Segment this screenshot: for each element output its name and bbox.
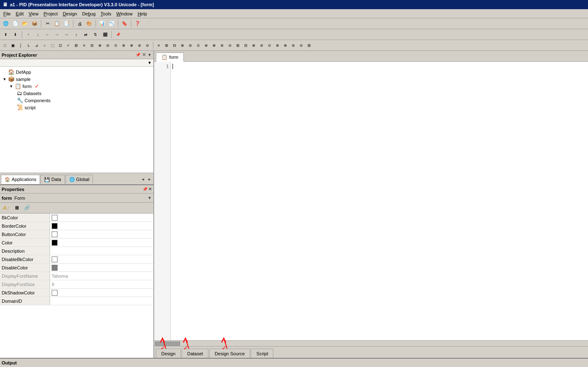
tb-copy[interactable]: 📋	[53, 19, 62, 28]
tb-globe[interactable]: 🌐	[1, 19, 10, 28]
tb-align5[interactable]: ←	[43, 30, 52, 39]
tb-c35[interactable]: ⊛	[274, 42, 281, 49]
tb-c24[interactable]: ⊘	[187, 42, 194, 49]
tb-open[interactable]: 📂	[20, 19, 30, 28]
tab-applications[interactable]: 🏠 Applications	[1, 175, 40, 184]
menu-project[interactable]: Project	[41, 10, 60, 17]
tb-paste[interactable]: 📑	[62, 19, 71, 28]
tb-c26[interactable]: ⊛	[203, 42, 210, 49]
prop-value-disablebkcolor[interactable]	[50, 256, 153, 262]
tb-c20[interactable]: ≡	[155, 42, 163, 49]
tree-item-components[interactable]: 🔧 Components	[2, 97, 152, 104]
tb-align6[interactable]: →	[53, 30, 62, 39]
tb-c23[interactable]: ⊕	[179, 42, 186, 49]
tb-module[interactable]: 📦	[30, 19, 39, 28]
tb-print[interactable]: 🖨	[75, 19, 84, 28]
tree-item-script[interactable]: 📜 script	[2, 104, 152, 111]
tb-c12[interactable]: ⊟	[88, 42, 96, 49]
bottom-tab-design-source[interactable]: Design Source	[209, 349, 250, 358]
props-dropdown-icon[interactable]: ▼	[148, 196, 152, 200]
menu-debug[interactable]: Debug	[80, 10, 98, 17]
code-content[interactable]	[171, 62, 588, 340]
tb-c6[interactable]: ○	[41, 42, 48, 49]
tb-c18[interactable]: ⊜	[136, 42, 143, 49]
tree-dropdown-icon[interactable]: ▼	[148, 60, 152, 65]
tb-c21[interactable]: ⊞	[163, 42, 170, 49]
tb-align10[interactable]: ⇅	[91, 30, 100, 39]
menu-file[interactable]: File	[1, 10, 13, 17]
tb-c16[interactable]: ⊛	[120, 42, 128, 49]
menu-edit[interactable]: Edit	[13, 10, 26, 17]
menu-design[interactable]: Design	[60, 10, 80, 17]
tb-c1[interactable]: □	[1, 42, 9, 49]
tb-c9[interactable]: ✓	[65, 42, 72, 49]
props-link-btn[interactable]: 🔗	[23, 204, 32, 212]
tb-c2[interactable]: ▣	[9, 42, 17, 49]
props-sort-btn[interactable]: A↑	[2, 204, 11, 212]
tb-c27[interactable]: ⊗	[210, 42, 218, 49]
tb-c10[interactable]: ⊞	[73, 42, 80, 49]
tb-c38[interactable]: ⊝	[298, 42, 305, 49]
tb-align7[interactable]: ↔	[62, 30, 71, 39]
tb-c15[interactable]: ⊙	[112, 42, 120, 49]
tree-item-datasets[interactable]: 🗂 Datasets	[2, 90, 152, 97]
tb-c29[interactable]: ⊝	[226, 42, 234, 49]
prop-value-disablecolor[interactable]	[50, 265, 153, 271]
tb-c25[interactable]: ⊙	[195, 42, 202, 49]
prop-value-buttoncolor[interactable]	[50, 231, 153, 237]
menu-window[interactable]: Window	[114, 10, 135, 17]
tb-cut[interactable]: ✂	[43, 19, 52, 28]
hscroll-thumb[interactable]	[155, 342, 180, 346]
prop-value-dkshadowcolor[interactable]	[50, 290, 153, 296]
prop-value-bordercolor[interactable]	[50, 223, 153, 229]
tb-c31[interactable]: ⊟	[242, 42, 250, 49]
tb-c37[interactable]: ⊜	[290, 42, 297, 49]
close-icon[interactable]: ▼	[148, 53, 152, 57]
tb-c33[interactable]: ⊘	[258, 42, 265, 49]
tb-c22[interactable]: ⊟	[171, 42, 178, 49]
props-close-icon[interactable]: ✕	[148, 187, 152, 191]
bottom-tab-design[interactable]: Design	[156, 349, 181, 358]
tree-item-defapp[interactable]: 🏠 DefApp	[2, 68, 152, 75]
tb-align11[interactable]: ⬛	[100, 30, 110, 39]
tb-c4[interactable]: L	[25, 42, 33, 49]
nav-prev-btn[interactable]: ◄	[140, 176, 146, 182]
tb-help[interactable]: ❓	[133, 19, 142, 28]
menu-tools[interactable]: Tools	[98, 10, 114, 17]
tree-item-form[interactable]: ▼ 📋 form ✓	[2, 83, 152, 90]
tb-c5[interactable]: ⊿	[33, 42, 40, 49]
nav-next-btn[interactable]: ►	[147, 176, 153, 182]
tb-c28[interactable]: ⊜	[218, 42, 226, 49]
tb-c19[interactable]: ⊝	[144, 42, 151, 49]
pin-icon[interactable]: 📌	[135, 53, 140, 57]
tb-c13[interactable]: ⊕	[96, 42, 104, 49]
tb-c17[interactable]: ⊗	[128, 42, 135, 49]
tb-align9[interactable]: ⇄	[81, 30, 90, 39]
menu-view[interactable]: View	[26, 10, 41, 17]
tab-global[interactable]: 🌐 Global	[65, 175, 93, 184]
tree-item-sample[interactable]: ▼ 📦 sample	[2, 75, 152, 83]
tb-c8[interactable]: ⊡	[57, 42, 64, 49]
tb-c34[interactable]: ⊙	[266, 42, 273, 49]
bottom-tab-dataset[interactable]: Dataset	[182, 349, 208, 358]
props-grid-btn[interactable]: ⊞	[12, 204, 21, 212]
tb-new[interactable]: 📄	[11, 19, 20, 28]
tb-c30[interactable]: ⊞	[234, 42, 242, 49]
tb-pin[interactable]: 📌	[113, 30, 123, 39]
tb-c14[interactable]: ⊘	[104, 42, 112, 49]
prop-value-color[interactable]	[50, 240, 153, 246]
tb-c32[interactable]: ⊕	[250, 42, 258, 49]
tb-align4[interactable]: ↓	[33, 30, 43, 39]
props-pin-icon[interactable]: 📌	[143, 187, 148, 191]
tab-data[interactable]: 💾 Data	[40, 175, 65, 184]
tb-c39[interactable]: ⊞	[305, 42, 313, 49]
tb-align3[interactable]: ↑	[24, 30, 33, 39]
tb-c3[interactable]: │	[17, 42, 25, 49]
tb-chart[interactable]: 📊	[98, 19, 107, 28]
menu-help[interactable]: Help	[135, 10, 150, 17]
prop-value-bkcolor[interactable]	[50, 215, 153, 221]
tb-chart2[interactable]: 📉	[107, 19, 116, 28]
tb-c36[interactable]: ⊗	[282, 42, 289, 49]
tb-color[interactable]: 🎨	[85, 19, 94, 28]
tb-c11[interactable]: ≡	[80, 42, 88, 49]
